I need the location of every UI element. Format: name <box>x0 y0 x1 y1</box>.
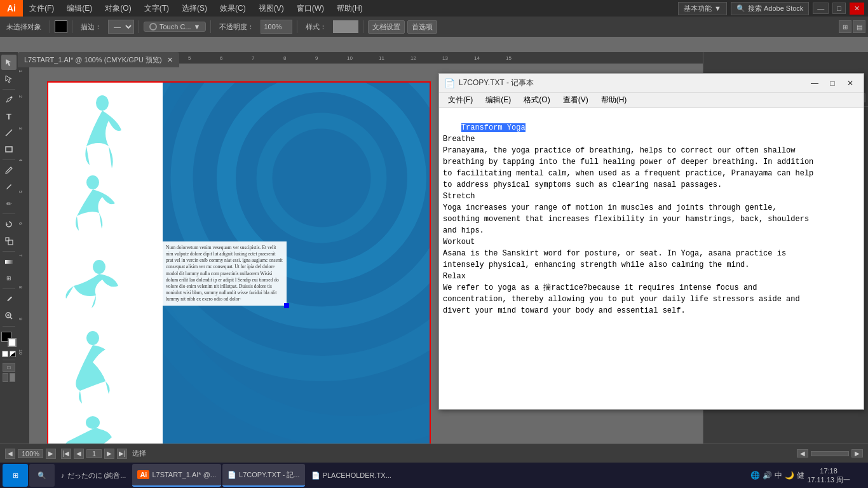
notepad-maximize-btn[interactable]: □ <box>824 76 841 90</box>
screen-mode-btn1[interactable] <box>3 373 8 382</box>
document-tab[interactable]: L7START_1.AI* @ 100% (CMYK/GPU 预览) ✕ <box>18 52 179 67</box>
svg-rect-5 <box>5 260 13 264</box>
doc-settings-btn[interactable]: 文档设置 <box>368 20 405 34</box>
screen-mode-btn2[interactable] <box>10 373 15 382</box>
type-tool[interactable]: T <box>1 109 17 124</box>
search-button[interactable]: 🔍 <box>29 464 55 487</box>
resize-handle[interactable] <box>284 303 289 308</box>
style-swatch[interactable] <box>333 20 358 33</box>
search-icon: 🔍 <box>736 4 745 13</box>
scroll-controls: ◀ ▶ <box>797 449 863 458</box>
zoom-control: ◀ ▶ <box>5 449 56 459</box>
view-grid-icon[interactable]: ⊞ <box>839 20 851 33</box>
ime-cn-indicator[interactable]: 中 <box>775 470 782 481</box>
menu-edit[interactable]: 编辑(E) <box>60 0 98 17</box>
page-number-input[interactable] <box>86 449 102 458</box>
tools-divider-2 <box>3 159 15 160</box>
taskbar-item-notepad[interactable]: 📄 L7COPY.TXT - 記... <box>222 464 305 487</box>
minimize-btn[interactable]: — <box>813 3 829 14</box>
gradient-tool[interactable] <box>1 254 17 269</box>
np-menu-view[interactable]: 查看(V) <box>557 93 595 108</box>
show-desktop-btn[interactable] <box>853 464 863 487</box>
network-icon[interactable]: 🌐 <box>750 471 760 480</box>
fill-color-swatch[interactable] <box>55 20 67 33</box>
swap-colors-icon[interactable] <box>2 351 8 357</box>
np-menu-format[interactable]: 格式(O) <box>517 93 556 108</box>
page-first-btn[interactable]: |◀ <box>61 449 71 459</box>
start-button[interactable]: ⊞ <box>3 464 28 487</box>
scroll-left-btn[interactable]: ◀ <box>797 449 808 458</box>
page-last-btn[interactable]: ▶| <box>117 449 127 459</box>
rotate-tool[interactable] <box>1 217 17 232</box>
preferences-btn[interactable]: 首选项 <box>407 20 437 34</box>
view-mode-btns <box>3 373 15 382</box>
health-indicator: 健 <box>797 470 804 481</box>
line-tool[interactable] <box>1 125 17 140</box>
color-swatches[interactable] <box>1 332 17 347</box>
taskbar-item-illustrator[interactable]: Ai L7START_1.AI* @... <box>132 464 221 487</box>
mesh-tool[interactable]: ⊞ <box>1 271 17 286</box>
feature-mode-selector[interactable]: 基本功能 ▼ <box>678 2 727 15</box>
speaker-icon[interactable]: 🔊 <box>763 471 772 480</box>
view-panel-icon[interactable]: ▤ <box>853 20 865 33</box>
normal-mode-btn[interactable]: □ <box>3 363 15 372</box>
notepad-minimize-btn[interactable]: — <box>806 76 823 90</box>
menu-window[interactable]: 窗口(W) <box>290 0 330 17</box>
maximize-btn[interactable]: □ <box>832 3 846 14</box>
taskbar-item-placeholder[interactable]: 📄 PLACEHOLDER.TX... <box>306 464 397 487</box>
direct-selection-tool[interactable] <box>1 71 17 86</box>
svg-text:10: 10 <box>18 349 23 355</box>
page-next-btn[interactable]: ▶ <box>104 449 114 459</box>
np-menu-help[interactable]: 帮助(H) <box>595 93 634 108</box>
default-colors-icon[interactable] <box>10 351 16 357</box>
opacity-input[interactable] <box>261 20 292 34</box>
stroke-selector[interactable]: — <box>108 20 134 34</box>
artboard: Num doloreetum venim vesequam ver suscip… <box>48 83 430 469</box>
eyedropper-tool[interactable] <box>1 292 17 307</box>
svg-rect-27 <box>18 64 29 469</box>
rect-tool[interactable] <box>1 142 17 157</box>
page-prev-btn[interactable]: ◀ <box>74 449 84 459</box>
toolbar: 未选择对象 描边： — Touch C... ▼ 不透明度： 样式： 文档设置 … <box>0 17 868 37</box>
doc-tab-close-icon[interactable]: ✕ <box>167 56 173 64</box>
np-menu-edit[interactable]: 编辑(E) <box>479 93 517 108</box>
tools-divider-4 <box>3 251 15 252</box>
tools-divider-7 <box>3 360 15 360</box>
touch-mode-selector[interactable]: Touch C... ▼ <box>144 22 206 32</box>
menu-text[interactable]: 文字(T) <box>138 0 175 17</box>
horizontal-scrollbar[interactable] <box>811 451 849 456</box>
menu-select[interactable]: 选择(S) <box>175 0 214 17</box>
np-menu-file[interactable]: 文件(F) <box>442 93 479 108</box>
scroll-right-btn[interactable]: ▶ <box>851 449 863 458</box>
search-stock-btn[interactable]: 🔍 搜索 Adobe Stock <box>731 2 809 15</box>
svg-text:3: 3 <box>18 127 23 130</box>
taskbar-time[interactable]: 17:18 17.11.13 周一 <box>807 466 850 485</box>
music-icon: ♪ <box>61 471 65 479</box>
stroke-swatch[interactable] <box>8 338 17 347</box>
tools-divider-1 <box>3 89 15 90</box>
text-overlay-box[interactable]: Num doloreetum venim vesequam ver suscip… <box>163 241 287 306</box>
zoom-tool[interactable] <box>1 308 17 323</box>
taskbar-item-music[interactable]: ♪ だったのに (純音... <box>56 464 131 487</box>
pencil-tool[interactable] <box>1 179 17 194</box>
page-nav: |◀ ◀ ▶ ▶| <box>61 449 127 459</box>
zoom-input[interactable] <box>18 449 43 458</box>
notepad-selected-text: Transform Yoga <box>461 123 526 132</box>
close-app-btn[interactable]: ✕ <box>850 3 864 15</box>
menu-help[interactable]: 帮助(H) <box>330 0 369 17</box>
menu-file[interactable]: 文件(F) <box>23 0 60 17</box>
ai-logo: Ai <box>0 0 23 17</box>
menu-object[interactable]: 对象(O) <box>98 0 137 17</box>
menu-view[interactable]: 视图(V) <box>252 0 290 17</box>
zoom-plus-btn[interactable]: ▶ <box>46 449 56 459</box>
selection-tool[interactable] <box>1 55 17 70</box>
scale-tool[interactable] <box>1 233 17 248</box>
pen-tool[interactable] <box>1 92 17 107</box>
paintbrush-tool[interactable] <box>1 163 17 178</box>
blob-brush-tool[interactable]: ✏ <box>1 196 17 211</box>
notepad-text-content[interactable]: Transform Yoga Breathe Pranayama, the yo… <box>439 108 864 409</box>
ai-taskbar-label: L7START_1.AI* @... <box>152 471 216 478</box>
zoom-minus-btn[interactable]: ◀ <box>5 449 15 459</box>
notepad-close-btn[interactable]: ✕ <box>842 76 858 90</box>
menu-effect[interactable]: 效果(C) <box>214 0 252 17</box>
